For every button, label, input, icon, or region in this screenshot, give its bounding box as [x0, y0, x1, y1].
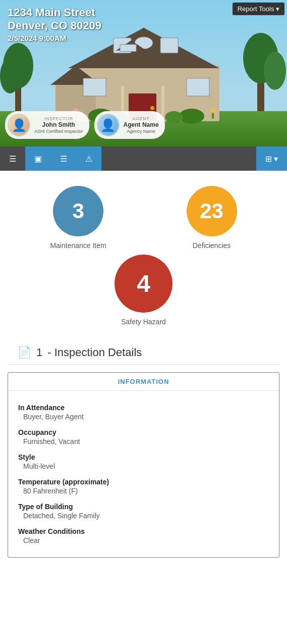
agent-avatar: 👤: [97, 114, 120, 136]
info-field-3: Temperature (approximate)80 Fahrenheit (…: [18, 478, 269, 495]
field-value-1: Furnished, Vacant: [18, 437, 269, 445]
info-field-1: OccupancyFurnished, Vacant: [18, 428, 269, 445]
field-label-2: Style: [18, 453, 269, 461]
stats-bottom-row: 4 Safety Hazard: [10, 255, 277, 326]
address-city: Denver, CO 80209: [8, 19, 101, 32]
safety-circle: 4: [114, 255, 173, 313]
inspector-info: INSPECTOR John Smith ASHI Certified Insp…: [34, 116, 83, 133]
agent-role-label: AGENT: [124, 116, 159, 121]
section-title: - Inspection Details: [47, 346, 142, 359]
safety-label: Safety Hazard: [121, 318, 166, 326]
info-card-header: INFORMATION: [8, 373, 279, 391]
field-label-1: Occupancy: [18, 428, 269, 436]
info-field-0: In AttendanceBuyer, Buyer Agent: [18, 404, 269, 421]
deficiencies-label: Deficiencies: [193, 241, 231, 250]
agent-info: AGENT Agent Name Agency Name: [124, 116, 159, 133]
hero-address: 1234 Main Street Denver, CO 80209 2/5/20…: [8, 6, 101, 42]
address-street: 1234 Main Street: [8, 6, 101, 19]
safety-stat: 4 Safety Hazard: [114, 255, 173, 326]
toolbar-export-button[interactable]: ⊞ ▾: [256, 146, 287, 171]
field-value-0: Buyer, Buyer Agent: [18, 413, 269, 421]
field-label-0: In Attendance: [18, 404, 269, 412]
info-card-body: In AttendanceBuyer, Buyer AgentOccupancy…: [8, 391, 279, 557]
svg-rect-15: [83, 78, 106, 96]
svg-point-33: [210, 108, 215, 113]
warning-icon: ⚠: [85, 154, 92, 164]
inspector-badge: 👤 INSPECTOR John Smith ASHI Certified In…: [5, 111, 89, 139]
field-value-2: Multi-level: [18, 462, 269, 470]
menu-icon: ☰: [9, 154, 16, 164]
maintenance-stat: 3 Maintenance Item: [50, 186, 106, 250]
report-tools-button[interactable]: Report Tools ▾: [233, 3, 284, 15]
report-icon: ▣: [34, 154, 42, 164]
field-value-5: Clear: [18, 536, 269, 544]
toolbar-warning-button[interactable]: ⚠: [76, 146, 101, 171]
deficiencies-stat: 23 Deficiencies: [187, 186, 237, 250]
toolbar: ☰ ▣ ☰ ⚠ ⊞ ▾: [0, 146, 287, 171]
inspector-avatar: 👤: [8, 114, 30, 136]
svg-point-29: [165, 111, 183, 123]
address-datetime: 2/5/2024 9:00AM: [8, 34, 101, 42]
field-label-5: Weather Conditions: [18, 527, 269, 535]
info-field-2: StyleMulti-level: [18, 453, 269, 470]
agent-badge: 👤 AGENT Agent Name Agency Name: [94, 111, 165, 139]
deficiencies-count: 23: [200, 199, 223, 223]
svg-point-7: [264, 52, 286, 90]
info-card: INFORMATION In AttendanceBuyer, Buyer Ag…: [8, 372, 279, 558]
export-icon: ⊞ ▾: [265, 154, 278, 164]
section1-header: 📄 1 - Inspection Details: [8, 336, 279, 365]
inspector-title: ASHI Certified Inspector: [34, 129, 83, 134]
stats-top-row: 3 Maintenance Item 23 Deficiencies: [10, 186, 277, 250]
hero-section: 1234 Main Street Denver, CO 80209 2/5/20…: [0, 0, 287, 146]
svg-rect-14: [160, 38, 178, 53]
info-field-5: Weather ConditionsClear: [18, 527, 269, 544]
svg-rect-16: [187, 78, 209, 96]
maintenance-label: Maintenance Item: [50, 241, 106, 250]
list-icon: ☰: [60, 154, 67, 164]
info-field-4: Type of BuildingDetached, Single Family: [18, 503, 269, 520]
inspector-role-label: INSPECTOR: [34, 116, 83, 121]
agent-agency: Agency Name: [124, 129, 159, 134]
svg-rect-23: [120, 44, 136, 52]
toolbar-report-button[interactable]: ▣: [25, 146, 51, 171]
svg-point-4: [0, 58, 20, 93]
toolbar-list-button[interactable]: ☰: [51, 146, 76, 171]
people-badges: 👤 INSPECTOR John Smith ASHI Certified In…: [5, 111, 165, 139]
section-number: 1: [36, 346, 42, 359]
toolbar-menu-button[interactable]: ☰: [0, 146, 25, 171]
agent-name: Agent Name: [124, 121, 159, 128]
deficiencies-circle: 23: [187, 186, 237, 236]
svg-point-19: [150, 106, 154, 110]
field-value-4: Detached, Single Family: [18, 512, 269, 520]
maintenance-circle: 3: [53, 186, 103, 236]
field-label-4: Type of Building: [18, 503, 269, 511]
stats-section: 3 Maintenance Item 23 Deficiencies 4 Saf…: [0, 171, 287, 336]
field-value-3: 80 Fahrenheit (F): [18, 487, 269, 495]
maintenance-count: 3: [72, 199, 84, 223]
safety-count: 4: [137, 270, 150, 298]
section-icon: 📄: [18, 346, 31, 359]
field-label-3: Temperature (approximate): [18, 478, 269, 486]
inspector-name: John Smith: [34, 121, 83, 128]
